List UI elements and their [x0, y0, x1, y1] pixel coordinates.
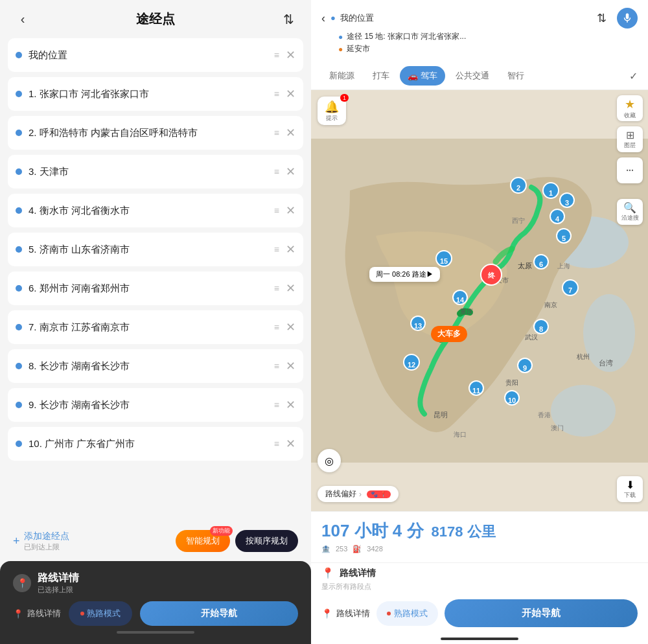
close-9[interactable]: ✕	[286, 398, 295, 412]
svg-text:3: 3	[565, 199, 569, 207]
route-via-row: ● 途径 15 地: 张家口市 河北省张家...	[338, 31, 638, 42]
dot-8	[16, 363, 22, 369]
tabs-more-icon[interactable]: ✓	[629, 70, 638, 82]
close-5[interactable]: ✕	[286, 242, 295, 257]
gas-icon: ⛽	[353, 545, 362, 553]
tab-taxi[interactable]: 打车	[365, 66, 397, 86]
route-detail-link[interactable]: 📍 路线详情	[321, 608, 370, 619]
add-waypoint-button[interactable]: + 添加途经点 已到达上限	[13, 531, 169, 552]
back-icon-right[interactable]: ‹	[321, 12, 325, 25]
drag-handle-1[interactable]: ≡	[274, 89, 279, 99]
close-my-location[interactable]: ✕	[286, 48, 295, 62]
svg-text:13: 13	[414, 322, 422, 330]
waypoint-8[interactable]: 8. 长沙市 湖南省长沙市 ≡ ✕	[8, 349, 303, 383]
route-detail-link-icon: 📍	[321, 608, 332, 619]
drag-handle-5[interactable]: ≡	[274, 244, 279, 255]
toll-icon: 🏦	[321, 545, 330, 553]
location-button[interactable]: ◎	[318, 449, 341, 472]
bottom-indicator-right	[441, 638, 518, 640]
dot-6	[16, 285, 22, 292]
tab-transit[interactable]: 公共交通	[448, 66, 497, 86]
waypoint-3[interactable]: 3. 天津市 ≡ ✕	[8, 155, 303, 189]
waypoint-10[interactable]: 10. 广州市 广东省广州市 ≡ ✕	[8, 427, 303, 461]
waypoint-2[interactable]: 2. 呼和浩特市 内蒙古自治区呼和浩特市 ≡ ✕	[8, 116, 303, 150]
sort-icon-left[interactable]: ⇅	[279, 12, 298, 27]
download-label: 下载	[624, 491, 636, 500]
dot-2	[16, 130, 22, 136]
svg-text:终: 终	[487, 271, 496, 279]
tab-new-energy[interactable]: 新能源	[321, 66, 362, 86]
tab-smart[interactable]: 智行	[500, 66, 532, 86]
drag-handle-2[interactable]: ≡	[274, 128, 279, 138]
search-tool[interactable]: 🔍 沿途搜	[617, 199, 643, 225]
waypoint-7[interactable]: 7. 南京市 江苏省南京市 ≡ ✕	[8, 310, 303, 344]
route-quality-label: 路线偏好	[325, 489, 356, 500]
search-label: 沿途搜	[621, 214, 639, 222]
waypoint-label-4: 4. 衡水市 河北省衡水市	[29, 205, 274, 217]
start-navigate-button-right[interactable]: 开始导航	[445, 599, 638, 627]
close-2[interactable]: ✕	[286, 126, 295, 140]
waypoint-6[interactable]: 6. 郑州市 河南省郑州市 ≡ ✕	[8, 271, 303, 305]
close-4[interactable]: ✕	[286, 203, 295, 218]
familiar-mode-button-left[interactable]: 熟路模式	[69, 601, 132, 626]
voice-button[interactable]	[617, 8, 638, 29]
waypoint-5[interactable]: 5. 济南市 山东省济南市 ≡ ✕	[8, 233, 303, 266]
route-distance: 8178 公里	[432, 522, 496, 542]
close-3[interactable]: ✕	[286, 165, 295, 179]
bottom-overlay: 📍 路线详情 已选择上限 📍 路线详情 熟路模式 开始导航	[0, 561, 311, 644]
more-tool[interactable]: ···	[617, 157, 643, 183]
drag-handle-7[interactable]: ≡	[274, 322, 279, 332]
via-dot: ●	[338, 32, 343, 41]
drag-handle-9[interactable]: ≡	[274, 400, 279, 410]
close-7[interactable]: ✕	[286, 320, 295, 334]
smart-plan-button[interactable]: 新功能 智能规划	[176, 530, 230, 552]
waypoint-1[interactable]: 1. 张家口市 河北省张家口市 ≡ ✕	[8, 77, 303, 111]
map-container[interactable]: 延安市 太原 重庆 武汉 南京 杭州 贵阳 昆明 海口 上海 西宁 澳门 香港 …	[311, 90, 648, 511]
drag-handle-6[interactable]: ≡	[274, 283, 279, 293]
waypoint-label-my-location: 我的位置	[29, 49, 274, 62]
drag-handle-4[interactable]: ≡	[274, 205, 279, 216]
overlay-title-row: 📍 路线详情 已选择上限	[13, 571, 298, 595]
tab-drive[interactable]: 🚗 驾车	[400, 66, 445, 86]
route-quality-button[interactable]: 路线偏好 › 🐾 📍	[318, 486, 399, 502]
download-button[interactable]: ⬇ 下载	[617, 476, 643, 502]
my-location-text: 我的位置	[340, 13, 374, 23]
close-10[interactable]: ✕	[286, 437, 295, 451]
svg-text:台湾: 台湾	[599, 359, 613, 367]
order-plan-button[interactable]: 按顺序规划	[235, 530, 298, 552]
drag-handle-my-location[interactable]: ≡	[274, 50, 279, 60]
waypoint-label-8: 8. 长沙市 湖南省长沙市	[29, 360, 274, 373]
close-1[interactable]: ✕	[286, 87, 295, 101]
route-quality-icons: 🐾 📍	[367, 490, 391, 498]
waypoint-4[interactable]: 4. 衡水市 河北省衡水市 ≡ ✕	[8, 194, 303, 227]
favorite-tool[interactable]: ★ 收藏	[617, 95, 643, 121]
familiar-mode-button-right[interactable]: 熟路模式	[376, 601, 438, 626]
right-header-top-row: ‹ ● 我的位置 ⇅	[321, 8, 638, 29]
add-waypoint-label: 添加途经点	[24, 531, 69, 541]
waypoint-label-6: 6. 郑州市 河南省郑州市	[29, 282, 274, 295]
overlay-route-detail[interactable]: 📍 路线详情	[13, 608, 61, 619]
close-6[interactable]: ✕	[286, 281, 295, 295]
waypoints-list: 我的位置 ≡ ✕ 1. 张家口市 河北省张家口市 ≡ ✕ 2. 呼和浩特市 内蒙…	[0, 38, 311, 523]
waypoint-label-2: 2. 呼和浩特市 内蒙古自治区呼和浩特市	[29, 127, 274, 139]
bottom-bar-left	[117, 631, 194, 634]
drag-handle-3[interactable]: ≡	[274, 167, 279, 177]
smart-badge: 新功能	[210, 526, 233, 536]
drag-handle-10[interactable]: ≡	[274, 439, 279, 449]
svg-text:9: 9	[523, 364, 527, 372]
svg-text:贵阳: 贵阳	[505, 379, 518, 386]
layers-icon: ⊞	[626, 129, 634, 141]
svg-text:14: 14	[456, 296, 465, 304]
waypoint-9[interactable]: 9. 长沙市 湖南省长沙市 ≡ ✕	[8, 388, 303, 422]
svg-text:重庆: 重庆	[460, 308, 473, 315]
route-stats: 🏦 253 ⛽ 3428	[321, 545, 638, 553]
drag-handle-8[interactable]: ≡	[274, 361, 279, 371]
add-plus-icon: +	[13, 535, 20, 548]
back-icon-left[interactable]: ‹	[13, 12, 32, 27]
close-8[interactable]: ✕	[286, 359, 295, 373]
waypoint-my-location[interactable]: 我的位置 ≡ ✕	[8, 38, 303, 72]
notification-button[interactable]: 🔔 提示 1	[318, 97, 346, 125]
layers-tool[interactable]: ⊞ 图层	[617, 126, 643, 152]
start-navigate-button-left[interactable]: 开始导航	[140, 601, 298, 626]
sort-icon-right[interactable]: ⇅	[597, 11, 607, 25]
